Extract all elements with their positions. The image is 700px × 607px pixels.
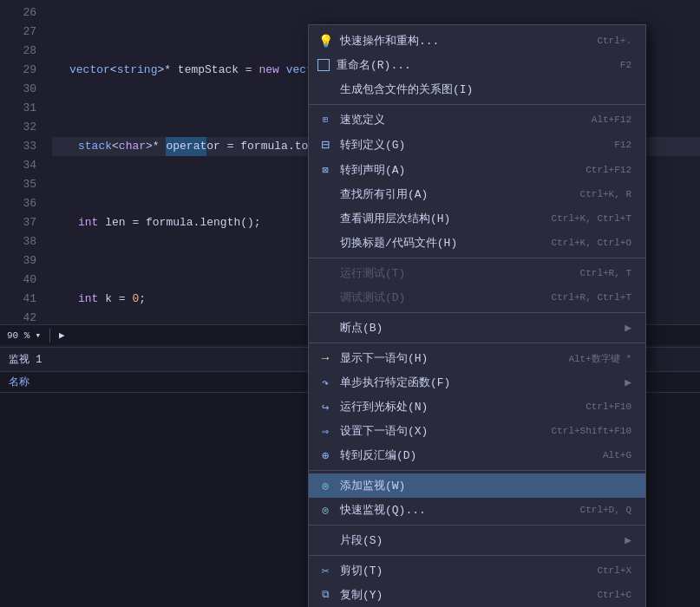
menu-shortcut-cut: Ctrl+X [597,565,631,576]
menu-label-go-def: 转到定义(G) [340,137,607,153]
menu-divider-1 [309,104,645,105]
menu-shortcut-run-to-cursor: Ctrl+F10 [586,401,631,412]
menu-item-peek-def[interactable]: ⊞ 速览定义 Alt+F12 [309,108,645,132]
menu-item-add-watch[interactable]: ◎ 添加监视(W) [309,473,645,498]
quick-actions-icon: 💡 [317,34,333,49]
menu-item-quick-watch[interactable]: ◎ 快速监视(Q)... Ctrl+D, Q [309,498,645,522]
zoom-level: 90 % [7,330,29,341]
show-next-icon: → [317,351,333,365]
menu-item-disassembly[interactable]: ⊕ 转到反汇编(D) Alt+G [309,443,645,467]
step-into-icon: ↷ [317,375,333,390]
menu-label-snippets: 片段(S) [340,532,605,548]
peek-def-icon: ⊞ [317,114,333,125]
menu-item-breakpoint[interactable]: 断点(B) ▶ [309,316,645,340]
menu-shortcut-find-refs: Ctrl+K, R [580,189,631,199]
menu-label-show-next: 显示下一语句(H) [340,350,561,366]
menu-shortcut-call-hier: Ctrl+K, Ctrl+T [552,213,631,224]
menu-shortcut-peek-def: Alt+F12 [592,114,631,125]
go-decl-icon: ⊠ [317,164,333,177]
menu-shortcut-quick-watch: Ctrl+D, Q [580,505,631,515]
menu-item-run-test: 运行测试(T) Ctrl+R, T [309,261,645,285]
menu-shortcut-go-decl: Ctrl+F12 [586,165,631,175]
run-to-cursor-icon: ↪ [317,400,333,414]
menu-item-run-to-cursor[interactable]: ↪ 运行到光标处(N) Ctrl+F10 [309,395,645,419]
menu-label-cut: 剪切(T) [340,563,590,578]
menu-divider-6 [309,525,645,525]
menu-item-find-refs[interactable]: 查找所有引用(A) Ctrl+K, R [309,182,645,206]
menu-label-find-refs: 查找所有引用(A) [340,186,573,202]
menu-item-snippets[interactable]: 片段(S) ▶ [309,528,645,552]
menu-item-include-graph[interactable]: 生成包含文件的关系图(I) [309,77,645,101]
menu-item-cut[interactable]: ✂ 剪切(T) Ctrl+X [309,558,645,583]
menu-item-debug-test: 调试测试(D) Ctrl+R, Ctrl+T [309,285,645,310]
menu-shortcut-debug-test: Ctrl+R, Ctrl+T [552,292,631,303]
menu-label-quick-actions: 快速操作和重构... [340,33,590,49]
menu-shortcut-go-def: F12 [614,140,631,150]
menu-shortcut-copy: Ctrl+C [597,590,631,600]
zoom-icon: ▾ [35,330,41,341]
menu-label-run-test: 运行测试(T) [340,265,573,281]
snippets-arrow: ▶ [625,533,631,547]
menu-label-set-next: 设置下一语句(X) [340,423,545,439]
quick-watch-icon: ◎ [317,504,333,517]
breakpoint-arrow: ▶ [625,321,631,335]
rename-icon [317,59,330,71]
menu-item-rename[interactable]: 重命名(R)... F2 [309,53,645,77]
col-name-label: 名称 [9,376,29,388]
menu-divider-4 [309,343,645,343]
menu-label-call-hier: 查看调用层次结构(H) [340,211,545,226]
set-next-icon: ⇒ [317,424,333,439]
menu-shortcut-set-next: Ctrl+Shift+F10 [552,426,631,436]
menu-item-call-hier[interactable]: 查看调用层次结构(H) Ctrl+K, Ctrl+T [309,206,645,231]
menu-shortcut-disassembly: Alt+G [603,450,631,460]
menu-label-peek-def: 速览定义 [340,112,585,127]
menu-item-go-def[interactable]: ⊟ 转到定义(G) F12 [309,132,645,158]
menu-label-quick-watch: 快速监视(Q)... [340,502,573,518]
menu-item-switch-header[interactable]: 切换标题/代码文件(H) Ctrl+K, Ctrl+O [309,231,645,255]
menu-item-set-next[interactable]: ⇒ 设置下一语句(X) Ctrl+Shift+F10 [309,419,645,443]
menu-label-add-watch: 添加监视(W) [340,478,625,493]
context-menu: 💡 快速操作和重构... Ctrl+. 重命名(R)... F2 生成包含文件的… [308,24,646,607]
cut-icon: ✂ [317,564,333,578]
menu-label-disassembly: 转到反汇编(D) [340,447,596,463]
go-def-icon: ⊟ [317,136,333,153]
step-into-arrow: ▶ [625,375,631,389]
menu-label-step-into: 单步执行特定函数(F) [340,375,605,390]
menu-divider-3 [309,312,645,313]
menu-item-quick-actions[interactable]: 💡 快速操作和重构... Ctrl+. [309,29,645,53]
menu-label-run-to-cursor: 运行到光标处(N) [340,399,579,414]
menu-shortcut-quick-actions: Ctrl+. [597,36,631,46]
menu-shortcut-switch-header: Ctrl+K, Ctrl+O [552,238,631,248]
menu-label-include-graph: 生成包含文件的关系图(I) [340,82,625,97]
menu-divider-2 [309,258,645,258]
menu-label-rename: 重命名(R)... [337,57,613,73]
menu-shortcut-run-test: Ctrl+R, T [580,268,631,278]
scroll-indicator: ▶ [59,330,65,341]
menu-label-breakpoint: 断点(B) [340,320,605,336]
menu-label-go-decl: 转到声明(A) [340,162,579,178]
menu-label-switch-header: 切换标题/代码文件(H) [340,235,545,251]
menu-label-debug-test: 调试测试(D) [340,290,545,305]
menu-item-go-decl[interactable]: ⊠ 转到声明(A) Ctrl+F12 [309,158,645,182]
line-numbers: 26 27 28 29 30 31 32 33 34 35 36 37 38 3… [0,0,43,347]
menu-item-copy[interactable]: ⧉ 复制(Y) Ctrl+C [309,583,645,607]
disassembly-icon: ⊕ [317,448,333,463]
menu-divider-7 [309,555,645,556]
menu-label-copy: 复制(Y) [340,587,590,603]
menu-item-show-next[interactable]: → 显示下一语句(H) Alt+数字键 * [309,346,645,370]
menu-shortcut-show-next: Alt+数字键 * [568,352,631,365]
menu-divider-5 [309,470,645,471]
copy-icon: ⧉ [317,589,333,601]
panel-tab-label: 监视 1 [9,352,42,367]
menu-shortcut-rename: F2 [620,60,631,70]
add-watch-icon: ◎ [317,480,333,493]
menu-item-step-into[interactable]: ↷ 单步执行特定函数(F) ▶ [309,370,645,395]
